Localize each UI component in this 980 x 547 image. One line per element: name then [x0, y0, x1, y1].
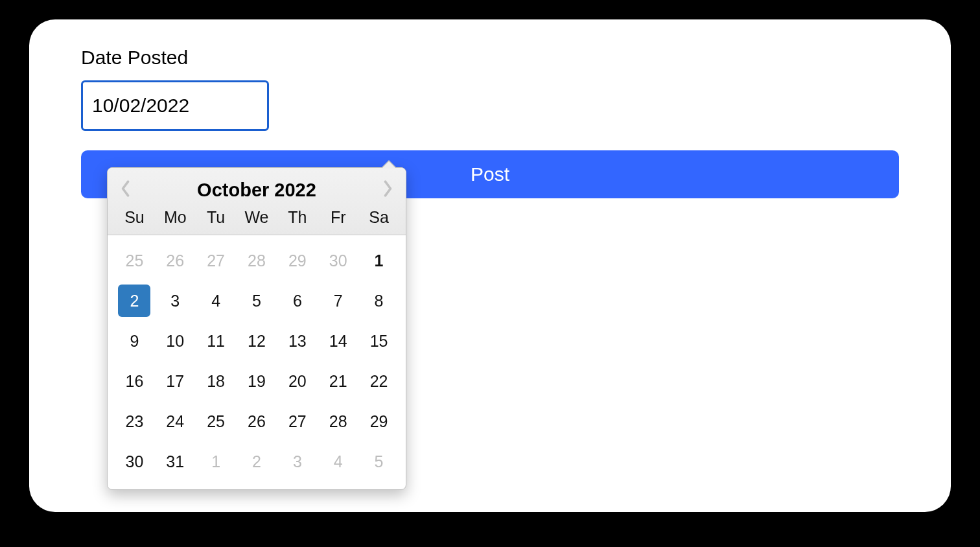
dow-cell: Mo: [155, 208, 196, 227]
calendar-day[interactable]: 12: [237, 325, 277, 357]
calendar-day[interactable]: 29: [358, 405, 399, 437]
datepicker-popover: October 2022 Su Mo Tu We Th Fr Sa 252627…: [107, 167, 406, 490]
datepicker-grid: 2526272829301234567891011121314151617181…: [108, 235, 406, 489]
calendar-day[interactable]: 24: [155, 405, 196, 437]
calendar-day[interactable]: 5: [237, 285, 277, 317]
calendar-day[interactable]: 1: [196, 445, 237, 478]
dow-cell: We: [237, 208, 277, 227]
calendar-day[interactable]: 28: [318, 405, 358, 437]
calendar-day[interactable]: 28: [237, 244, 277, 277]
calendar-day[interactable]: 14: [318, 325, 358, 357]
calendar-day[interactable]: 3: [155, 285, 196, 317]
calendar-day[interactable]: 5: [358, 445, 399, 478]
calendar-day[interactable]: 18: [196, 365, 237, 397]
calendar-day[interactable]: 9: [114, 325, 155, 357]
chevron-right-icon: [382, 180, 393, 200]
prev-month-button[interactable]: [114, 178, 137, 202]
dow-cell: Su: [114, 208, 155, 227]
calendar-day[interactable]: 1: [358, 244, 399, 277]
calendar-day[interactable]: 25: [114, 244, 155, 277]
calendar-day[interactable]: 2: [237, 445, 277, 478]
calendar-day[interactable]: 15: [358, 325, 399, 357]
datepicker-header: October 2022 Su Mo Tu We Th Fr Sa: [108, 168, 406, 235]
calendar-day[interactable]: 25: [196, 405, 237, 437]
calendar-day[interactable]: 3: [277, 445, 318, 478]
calendar-day[interactable]: 4: [196, 285, 237, 317]
chevron-left-icon: [120, 180, 132, 200]
calendar-day[interactable]: 6: [277, 285, 318, 317]
calendar-day[interactable]: 8: [358, 285, 399, 317]
datepicker-title: October 2022: [197, 180, 316, 201]
calendar-day[interactable]: 2: [118, 285, 150, 317]
dow-cell: Fr: [318, 208, 358, 227]
calendar-day[interactable]: 22: [358, 365, 399, 397]
calendar-day[interactable]: 17: [155, 365, 196, 397]
dow-cell: Tu: [196, 208, 237, 227]
date-posted-label: Date Posted: [81, 47, 899, 69]
calendar-day[interactable]: 23: [114, 405, 155, 437]
form-card: Date Posted Post October 2022 Su M: [29, 19, 951, 512]
dow-cell: Sa: [358, 208, 399, 227]
calendar-day[interactable]: 7: [318, 285, 358, 317]
calendar-day[interactable]: 29: [277, 244, 318, 277]
calendar-day[interactable]: 20: [277, 365, 318, 397]
date-posted-input[interactable]: [81, 80, 269, 131]
calendar-day[interactable]: 27: [196, 244, 237, 277]
calendar-day[interactable]: 27: [277, 405, 318, 437]
next-month-button[interactable]: [376, 178, 399, 202]
calendar-day[interactable]: 10: [155, 325, 196, 357]
calendar-day[interactable]: 30: [318, 244, 358, 277]
calendar-day[interactable]: 16: [114, 365, 155, 397]
dow-cell: Th: [277, 208, 318, 227]
calendar-day[interactable]: 11: [196, 325, 237, 357]
calendar-day[interactable]: 26: [155, 244, 196, 277]
calendar-day[interactable]: 19: [237, 365, 277, 397]
calendar-day[interactable]: 21: [318, 365, 358, 397]
datepicker-dow-row: Su Mo Tu We Th Fr Sa: [108, 204, 406, 232]
calendar-day[interactable]: 30: [114, 445, 155, 478]
calendar-day[interactable]: 4: [318, 445, 358, 478]
calendar-day[interactable]: 13: [277, 325, 318, 357]
calendar-day[interactable]: 31: [155, 445, 196, 478]
calendar-day[interactable]: 26: [237, 405, 277, 437]
